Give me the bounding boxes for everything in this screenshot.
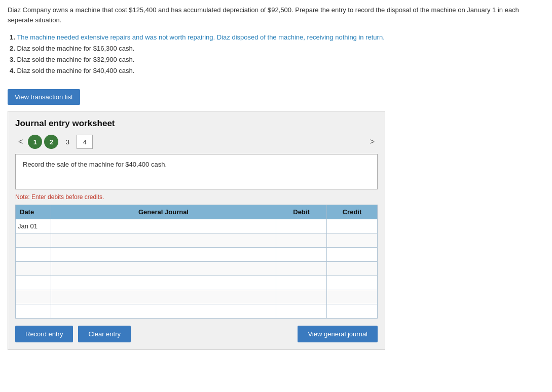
journal-input-2[interactable] [53, 233, 274, 247]
debit-input-5[interactable] [278, 276, 324, 290]
date-cell-6 [16, 290, 51, 304]
credit-cell-7[interactable] [327, 304, 378, 319]
journal-input-7[interactable] [53, 304, 274, 318]
date-cell-2 [16, 233, 51, 248]
list-item-4: 4. Diaz sold the machine for $40,400 cas… [10, 65, 544, 76]
date-cell-4 [16, 262, 51, 276]
journal-cell-4[interactable] [51, 262, 276, 276]
credit-cell-4[interactable] [327, 262, 378, 276]
debit-cell-3[interactable] [276, 248, 327, 262]
journal-input-5[interactable] [53, 276, 274, 290]
journal-input-3[interactable] [53, 248, 274, 261]
journal-cell-5[interactable] [51, 276, 276, 290]
table-row [16, 233, 378, 248]
table-row: Jan 01 [16, 219, 378, 233]
intro-text: Diaz Company owns a machine that cost $1… [8, 6, 519, 24]
table-row [16, 248, 378, 262]
journal-cell-3[interactable] [51, 248, 276, 262]
credit-input-6[interactable] [329, 290, 375, 304]
debit-cell-6[interactable] [276, 290, 327, 304]
debit-cell-7[interactable] [276, 304, 327, 319]
note-text: Note: Enter debits before credits. [15, 193, 378, 201]
journal-input-6[interactable] [53, 290, 274, 304]
tab-1[interactable]: 1 [28, 135, 42, 149]
debit-cell-4[interactable] [276, 262, 327, 276]
action-buttons-row: Record entry Clear entry View general jo… [15, 326, 378, 342]
date-cell-1: Jan 01 [16, 219, 51, 233]
debit-input-1[interactable] [278, 219, 324, 233]
credit-input-3[interactable] [329, 248, 375, 261]
debit-input-3[interactable] [278, 248, 324, 261]
debit-cell-2[interactable] [276, 233, 327, 248]
debit-cell-1[interactable] [276, 219, 327, 233]
credit-input-1[interactable] [329, 219, 375, 233]
list-item-1: 1. The machine needed extensive repairs … [10, 32, 544, 43]
tab-2[interactable]: 2 [44, 135, 58, 149]
credit-input-5[interactable] [329, 276, 375, 290]
left-arrow[interactable]: < [15, 136, 26, 147]
credit-cell-3[interactable] [327, 248, 378, 262]
debit-input-2[interactable] [278, 233, 324, 247]
date-cell-3 [16, 248, 51, 262]
journal-cell-2[interactable] [51, 233, 276, 248]
col-header-debit: Debit [276, 205, 327, 219]
credit-cell-2[interactable] [327, 233, 378, 248]
credit-cell-6[interactable] [327, 290, 378, 304]
record-entry-button[interactable]: Record entry [15, 326, 73, 342]
table-row [16, 290, 378, 304]
credit-cell-5[interactable] [327, 276, 378, 290]
debit-cell-5[interactable] [276, 276, 327, 290]
list-item-2: 2. Diaz sold the machine for $16,300 cas… [10, 43, 544, 54]
list-item-3: 3. Diaz sold the machine for $32,900 cas… [10, 54, 544, 65]
view-general-journal-button[interactable]: View general journal [298, 326, 378, 342]
date-cell-7 [16, 304, 51, 319]
worksheet-title: Journal entry worksheet [15, 119, 378, 129]
credit-input-4[interactable] [329, 262, 375, 276]
journal-cell-1[interactable] [51, 219, 276, 233]
table-row [16, 276, 378, 290]
view-transaction-button[interactable]: View transaction list [8, 89, 80, 105]
tab-4[interactable]: 4 [77, 135, 93, 149]
journal-input-4[interactable] [53, 262, 274, 276]
table-row [16, 262, 378, 276]
clear-entry-button[interactable]: Clear entry [78, 326, 131, 342]
journal-table: Date General Journal Debit Credit Jan 01 [15, 205, 378, 319]
col-header-credit: Credit [327, 205, 378, 219]
credit-cell-1[interactable] [327, 219, 378, 233]
numbered-list: 1. The machine needed extensive repairs … [10, 32, 544, 76]
worksheet-description: Record the sale of the machine for $40,4… [15, 154, 378, 189]
journal-input-1[interactable] [53, 219, 274, 233]
tab-3[interactable]: 3 [60, 135, 75, 149]
col-header-journal: General Journal [51, 205, 276, 219]
credit-input-2[interactable] [329, 233, 375, 247]
right-arrow[interactable]: > [367, 136, 378, 147]
date-cell-5 [16, 276, 51, 290]
problem-intro: Diaz Company owns a machine that cost $1… [8, 5, 544, 25]
journal-cell-6[interactable] [51, 290, 276, 304]
table-row [16, 304, 378, 319]
debit-input-6[interactable] [278, 290, 324, 304]
debit-input-4[interactable] [278, 262, 324, 276]
journal-cell-7[interactable] [51, 304, 276, 319]
col-header-date: Date [16, 205, 51, 219]
journal-entry-worksheet: Journal entry worksheet < 1 2 3 4 > Reco… [8, 111, 385, 350]
credit-input-7[interactable] [329, 304, 375, 318]
debit-input-7[interactable] [278, 304, 324, 318]
tabs-row: < 1 2 3 4 > [15, 135, 378, 149]
